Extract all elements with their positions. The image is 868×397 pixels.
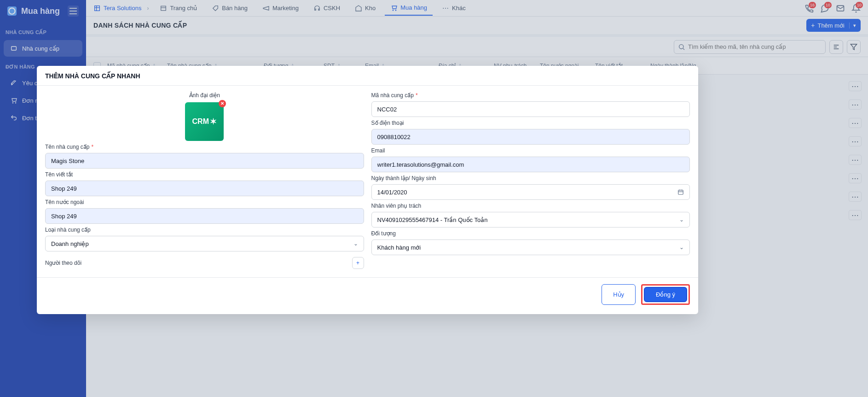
add-follower-button[interactable]: +: [352, 257, 364, 269]
required-mark: *: [416, 92, 418, 99]
label: Tên nhà cung cấp: [45, 144, 89, 150]
avatar-image[interactable]: CRM ✶ ✕: [185, 102, 224, 141]
avatar-text: CRM: [192, 117, 209, 126]
label: Nhân viên phụ trách: [371, 203, 422, 209]
label: Tên viết tắt: [45, 171, 73, 178]
field-target: Đối tượng Khách hàng mới ⌄: [371, 230, 690, 255]
label: Ngày thành lập/ Ngày sinh: [371, 175, 436, 181]
modal-overlay: THÊM NHÀ CUNG CẤP NHANH Ảnh đại diện CRM…: [0, 0, 868, 397]
founded-date-input[interactable]: 14/01/2020: [371, 184, 690, 200]
ok-button[interactable]: Đồng ý: [644, 287, 687, 302]
field-phone: Số điện thoại: [371, 120, 690, 145]
field-foreign-name: Tên nước ngoài: [45, 199, 364, 224]
supplier-type-select[interactable]: Doanh nghiệp ⌄: [45, 236, 364, 251]
email-input[interactable]: [371, 157, 690, 172]
select-value: Khách hàng mới: [377, 244, 421, 251]
add-supplier-modal: THÊM NHÀ CUNG CẤP NHANH Ảnh đại diện CRM…: [37, 66, 698, 314]
short-name-input[interactable]: [45, 181, 364, 196]
label: Loại nhà cung cấp: [45, 227, 91, 233]
foreign-name-input[interactable]: [45, 208, 364, 224]
ok-highlight: Đồng ý: [641, 284, 690, 305]
svg-rect-10: [678, 190, 683, 194]
chevron-down-icon: ⌄: [353, 240, 358, 247]
label: Email: [371, 147, 385, 154]
select-value: Doanh nghiệp: [51, 240, 89, 247]
cancel-button[interactable]: Hủy: [602, 284, 636, 305]
modal-body: Ảnh đại diện CRM ✶ ✕ Tên nhà cung cấp* T…: [37, 86, 698, 273]
modal-footer: Hủy Đồng ý: [37, 277, 698, 314]
avatar-field: Ảnh đại diện CRM ✶ ✕: [45, 92, 364, 141]
date-value: 14/01/2020: [377, 189, 407, 196]
field-supplier-code: Mã nhà cung cấp*: [371, 92, 690, 117]
supplier-name-input[interactable]: [45, 153, 364, 169]
select-value: NV4091029555467914 - Trần Quốc Toản: [377, 216, 488, 223]
field-followers: Người theo dõi +: [45, 257, 364, 269]
modal-right-column: Mã nhà cung cấp* Số điện thoại Email Ngà…: [371, 92, 690, 269]
label: Số điện thoại: [371, 120, 404, 126]
label: Đối tượng: [371, 230, 396, 237]
field-supplier-name: Tên nhà cung cấp*: [45, 144, 364, 169]
remove-avatar-button[interactable]: ✕: [219, 100, 226, 107]
chevron-down-icon: ⌄: [679, 216, 684, 223]
label: Mã nhà cung cấp: [371, 92, 414, 99]
label: Người theo dõi: [45, 260, 81, 266]
field-email: Email: [371, 147, 690, 172]
required-mark: *: [91, 144, 93, 150]
phone-input[interactable]: [371, 129, 690, 145]
chevron-down-icon: ⌄: [679, 244, 684, 251]
label: Tên nước ngoài: [45, 199, 84, 205]
field-short-name: Tên viết tắt: [45, 171, 364, 196]
target-select[interactable]: Khách hàng mới ⌄: [371, 239, 690, 255]
supplier-code-input[interactable]: [371, 101, 690, 117]
modal-left-column: Ảnh đại diện CRM ✶ ✕ Tên nhà cung cấp* T…: [45, 92, 364, 269]
staff-select[interactable]: NV4091029555467914 - Trần Quốc Toản ⌄: [371, 212, 690, 228]
field-founded-date: Ngày thành lập/ Ngày sinh 14/01/2020: [371, 175, 690, 200]
avatar-label: Ảnh đại diện: [45, 92, 364, 99]
field-staff: Nhân viên phụ trách NV4091029555467914 -…: [371, 203, 690, 228]
modal-title: THÊM NHÀ CUNG CẤP NHANH: [37, 66, 698, 86]
field-supplier-type: Loại nhà cung cấp Doanh nghiệp ⌄: [45, 227, 364, 251]
calendar-icon: [677, 189, 684, 195]
